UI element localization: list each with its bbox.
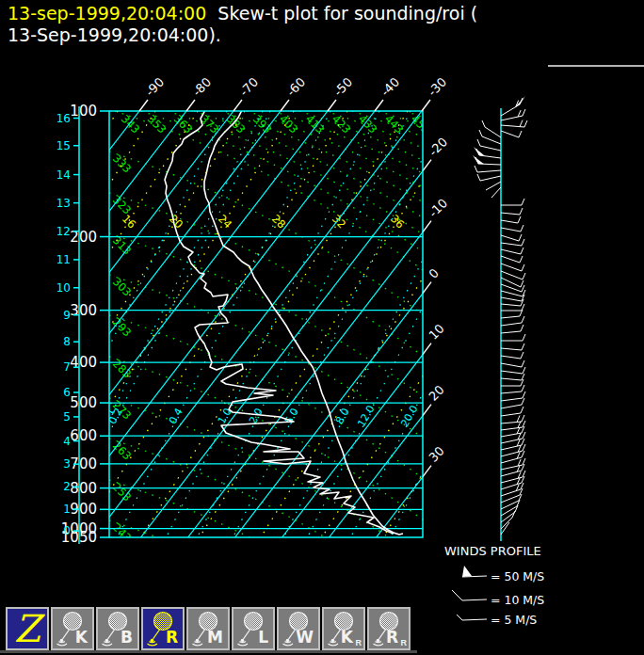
right-temp-label: -10 <box>427 196 451 220</box>
mixing-ratio-line <box>167 111 380 537</box>
right-temp-tick <box>423 160 431 171</box>
top-temp-tick <box>328 100 336 111</box>
height-tick-label: 8 <box>63 335 71 348</box>
height-tick-label: 4 <box>63 435 71 448</box>
right-temp-label: 0 <box>427 265 442 280</box>
wind-barb <box>501 360 524 367</box>
top-temp-label: -30 <box>426 74 450 99</box>
moist-adiabat-line <box>261 111 527 537</box>
theta-label: 243 <box>110 520 134 544</box>
pressure-tick-label: 600 <box>70 427 97 444</box>
wind-barb <box>477 174 501 181</box>
wind-barb <box>501 464 524 476</box>
wind-barb <box>501 271 525 280</box>
mixing-ratio-label: 1.0 <box>216 406 234 426</box>
toolbar-button-r[interactable]: R <box>141 607 185 650</box>
mixing-ratio-line <box>308 111 522 537</box>
button-letter: K <box>75 628 88 647</box>
mixing-ratio-line <box>233 111 447 537</box>
moist-adiabat-line <box>322 111 588 537</box>
wind-barb <box>501 234 522 241</box>
theta-label: 353 <box>145 112 169 136</box>
height-tick-label: 11 <box>56 253 71 266</box>
isotherm-line <box>188 111 516 537</box>
top-temp-tick <box>186 100 195 111</box>
theta-label: 373 <box>198 112 221 136</box>
height-tick-label: 16 <box>56 112 71 125</box>
dry-adiabat-line <box>109 439 448 620</box>
mixing-ratio-line <box>351 111 565 537</box>
isotherm-line <box>0 111 328 537</box>
height-tick-label: 9 <box>63 309 71 322</box>
button-letter: R <box>166 628 178 647</box>
wind-barb <box>501 120 527 127</box>
top-temp-label: -70 <box>237 74 262 99</box>
wind-barb <box>501 109 525 120</box>
right-temp-label: -20 <box>427 135 451 159</box>
wind-barb <box>479 130 501 144</box>
moist-adiabat-label: 36 <box>388 212 407 231</box>
toolbar-button-k[interactable]: K <box>51 607 94 650</box>
right-temp-label: 30 <box>427 444 447 465</box>
isotherm-line <box>94 111 422 537</box>
top-temp-label: -60 <box>284 74 309 99</box>
button-letter-sub: R <box>356 638 362 647</box>
toolbar-button-b[interactable]: B <box>96 607 139 650</box>
toolbar-button-z[interactable]: Z <box>6 607 49 650</box>
top-temp-label: -80 <box>190 74 215 99</box>
dry-adiabat-line <box>220 111 446 216</box>
isotherm-line <box>282 111 610 537</box>
button-letter: B <box>121 628 133 647</box>
right-temp-tick <box>423 466 431 477</box>
wind-barb <box>501 451 524 463</box>
wind-barb <box>501 374 524 380</box>
isotherm-line <box>330 111 644 537</box>
toolbar-button-rr[interactable]: RR <box>367 607 411 650</box>
wind-barb <box>501 444 525 456</box>
wind-barb <box>501 476 524 489</box>
height-tick-label: 12 <box>56 225 71 238</box>
mixing-ratio-label: 5.0 <box>282 406 301 426</box>
toolbar-button-w[interactable]: W <box>277 607 320 650</box>
theta-label: 433 <box>356 112 379 136</box>
height-tick-label: 0 <box>63 524 71 537</box>
wind-barb <box>491 187 501 198</box>
toolbar-button-l[interactable]: L <box>232 607 275 650</box>
top-temp-tick <box>233 100 242 111</box>
button-letter: M <box>207 628 223 647</box>
wind-barb <box>501 432 525 443</box>
pressure-tick-label: 300 <box>70 302 97 319</box>
wind-barb <box>501 264 524 271</box>
top-temp-label: -90 <box>143 74 168 99</box>
wind-barb <box>475 166 501 172</box>
wind-barb <box>501 239 524 246</box>
legend-label: = 50 M/S <box>491 569 544 583</box>
dry-adiabat-line <box>109 398 448 580</box>
wind-barb <box>501 256 523 263</box>
button-letter-sub: R <box>401 638 408 647</box>
height-tick-label: 2 <box>63 480 71 493</box>
button-letter: R <box>386 628 398 647</box>
theta-label: 283 <box>110 357 134 380</box>
toolbar-button-m[interactable]: M <box>186 607 230 650</box>
legend-row: = 50 M/S <box>462 566 544 583</box>
winds-profile-title: WINDS PROFILE <box>444 544 541 558</box>
top-temp-label: -40 <box>378 74 403 99</box>
z-glyph: Z <box>8 609 47 648</box>
height-tick-label: 10 <box>56 281 71 295</box>
wind-barb <box>477 139 501 151</box>
flag-barb-icon <box>462 566 472 577</box>
isotherm-line <box>0 111 186 537</box>
wind-barb <box>486 182 501 190</box>
moist-adiabat-line <box>141 111 408 537</box>
button-letter: W <box>296 628 314 647</box>
height-tick-label: 7 <box>63 360 71 374</box>
toolbar-button-kr[interactable]: KR <box>322 607 365 650</box>
skewt-plot: 3333233133032932832732632532433433533633… <box>0 0 644 655</box>
height-tick-label: 6 <box>63 386 71 399</box>
mixing-ratio-line <box>284 111 498 537</box>
theta-label: 333 <box>110 152 134 175</box>
wind-barb <box>501 415 524 423</box>
height-tick-label: 5 <box>63 410 71 423</box>
top-temp-tick <box>281 100 289 111</box>
